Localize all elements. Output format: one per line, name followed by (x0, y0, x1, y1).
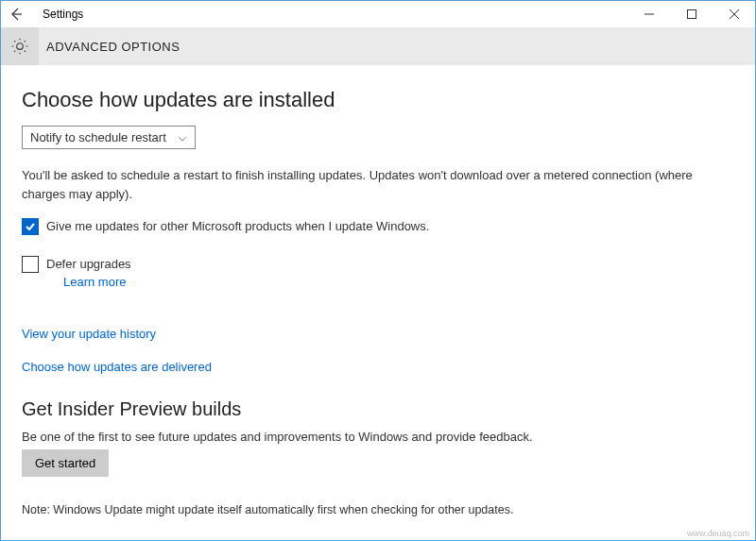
window-controls (627, 1, 755, 27)
maximize-button[interactable] (670, 1, 713, 27)
content-area: Choose how updates are installed Notify … (1, 65, 755, 526)
learn-more-link[interactable]: Learn more (63, 275, 131, 289)
titlebar: Settings (1, 1, 755, 27)
checkbox-defer-label: Defer upgrades (46, 256, 131, 273)
maximize-icon (687, 9, 696, 19)
checkbox-defer-upgrades[interactable] (22, 256, 39, 273)
page-title: ADVANCED OPTIONS (46, 40, 180, 54)
footer-note: Note: Windows Update might update itself… (22, 503, 734, 516)
dropdown-value: Notify to schedule restart (30, 130, 166, 144)
minimize-icon (644, 9, 654, 19)
svg-rect-2 (687, 10, 696, 19)
watermark: www.deuaq.com (687, 529, 749, 538)
gear-icon-box (1, 27, 39, 65)
checkbox-other-products-label: Give me updates for other Microsoft prod… (46, 218, 429, 235)
arrow-left-icon (9, 7, 24, 22)
section-heading-updates: Choose how updates are installed (22, 88, 734, 112)
install-description: You'll be asked to schedule a restart to… (22, 166, 702, 203)
page-header: ADVANCED OPTIONS (1, 27, 755, 65)
view-history-link[interactable]: View your update history (22, 327, 734, 341)
close-button[interactable] (713, 1, 755, 27)
gear-icon (10, 37, 29, 56)
checkbox-row-defer: Defer upgrades Learn more (22, 256, 734, 295)
minimize-button[interactable] (627, 1, 670, 27)
checkbox-other-products[interactable] (22, 218, 39, 235)
install-mode-dropdown[interactable]: Notify to schedule restart (22, 126, 196, 149)
chevron-down-icon (178, 130, 187, 144)
check-icon (25, 221, 36, 232)
window-title: Settings (43, 8, 83, 21)
back-button[interactable] (1, 1, 31, 27)
insider-description: Be one of the first to see future update… (22, 430, 734, 444)
get-started-button[interactable]: Get started (22, 449, 109, 477)
close-icon (730, 9, 739, 19)
checkbox-row-products: Give me updates for other Microsoft prod… (22, 218, 734, 235)
delivery-link[interactable]: Choose how updates are delivered (22, 360, 734, 374)
section-heading-insider: Get Insider Preview builds (22, 398, 734, 420)
